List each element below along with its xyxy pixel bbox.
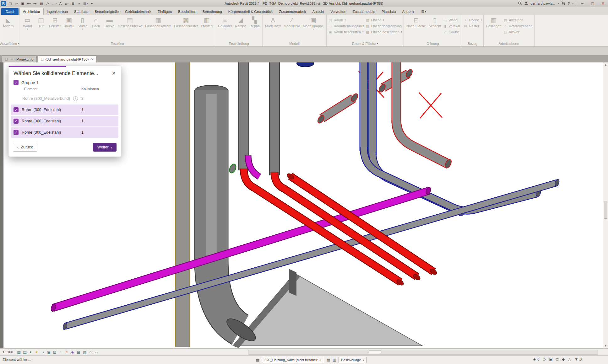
collision-row[interactable]: ✓Rohre (300_Edelstahl)1	[11, 116, 118, 126]
ribbon-tab-ändern[interactable]: Ändern	[399, 8, 417, 15]
tool-wand[interactable]: ▭Wand	[443, 17, 460, 23]
workset-dropdown-icon[interactable]: ▾	[320, 359, 322, 361]
collision-row[interactable]: Rohre (300_Metallverbund)i3	[11, 93, 118, 104]
tool-bauteil[interactable]: ▣Bauteil▾	[63, 16, 75, 31]
tool-festlegen[interactable]: ▦Festlegen	[485, 16, 502, 28]
tool-schacht[interactable]: ▯Schacht	[428, 16, 442, 28]
ribbon-tab-datei[interactable]: Datei	[1, 8, 19, 15]
redo-icon[interactable]: ↪▾	[32, 1, 38, 6]
cart-icon[interactable]	[561, 1, 566, 6]
design-option-dropdown-icon[interactable]: ▾	[363, 359, 364, 361]
select-by-face-icon[interactable]: △	[568, 357, 571, 361]
tool-nach-fläche[interactable]: ⊡Nach Fläche	[405, 16, 427, 28]
design-option-box[interactable]: Basisvorlage ▾	[339, 357, 366, 363]
scroll-down-icon[interactable]: ▼	[605, 344, 607, 348]
tool-vertikal[interactable]: ▮Vertikal	[443, 23, 460, 29]
tool-tür[interactable]: ◫Tür	[35, 16, 47, 28]
text-icon[interactable]: A	[57, 1, 63, 6]
panel-label-erschließung[interactable]: Erschließung	[215, 40, 262, 46]
press-drag-icon[interactable]: ▣	[549, 357, 552, 361]
tool-modelltext[interactable]: AModelltext	[264, 16, 282, 28]
section-icon[interactable]: ⊟	[70, 1, 76, 6]
panel-label-arbeitsebene[interactable]: Arbeitsebene	[484, 40, 534, 46]
tool-viewer[interactable]: ▢Viewer	[503, 29, 532, 35]
tool-fläche-beschriften[interactable]: ▩Fläche beschriften▾	[366, 29, 402, 35]
ribbon-tab-gebäudetechnik[interactable]: Gebäudetechnik	[122, 8, 155, 15]
ribbon-tab-ansicht[interactable]: Ansicht	[309, 8, 327, 15]
tool-treppe[interactable]: ▚Treppe	[248, 16, 261, 28]
tool-decke[interactable]: ▬Decke	[103, 16, 116, 28]
design-options-pick-icon[interactable]: ◈:0	[533, 357, 539, 361]
tool-fassadensystem[interactable]: ▦Fassadensystem	[144, 16, 172, 28]
tool-dach[interactable]: ⌂Dach▾	[90, 16, 102, 31]
tool-referenzebene[interactable]: ∕Referenzebene	[503, 23, 532, 29]
analytical-model-icon[interactable]: ▱	[94, 350, 100, 355]
close-button[interactable]: ×	[599, 1, 607, 6]
switch-windows-icon[interactable]: ▥▾	[83, 1, 89, 6]
search-icon[interactable]	[518, 1, 522, 6]
dialog-close-icon[interactable]: ✕	[111, 70, 117, 76]
detail-level-icon[interactable]: ▤	[22, 350, 28, 355]
active-workset-box[interactable]: 320_Heizung_Kälte (nicht bearbeitl ▾	[262, 357, 324, 363]
revit-logo-icon[interactable]: R	[1, 1, 6, 6]
vertical-scrollbar[interactable]: ▲ ▼	[603, 62, 608, 348]
selection-filter-icon[interactable]: ▼:0	[574, 357, 582, 361]
ribbon-tab-körpermodell-grundstück[interactable]: Körpermodell & Grundstück	[225, 8, 276, 15]
group-checkbox[interactable]: ✓	[14, 80, 19, 85]
tool-fläche[interactable]: ▧Fläche▾	[366, 17, 402, 23]
tool-anzeigen[interactable]: ▤Anzeigen	[503, 17, 532, 23]
worksharing-display-icon[interactable]: ▧	[82, 350, 88, 355]
dimension-icon[interactable]: ↔▾	[51, 1, 57, 6]
ribbon-tab-einfügen[interactable]: Einfügen	[155, 8, 175, 15]
panel-label-öffnung[interactable]: Öffnung	[404, 40, 462, 46]
view-scale-button[interactable]: 1 : 100	[3, 350, 13, 354]
temporary-hide-isolate-icon[interactable]: ◔	[58, 350, 64, 354]
minimize-button[interactable]: –	[578, 1, 586, 6]
help-menu-arrow-icon[interactable]: ▾	[572, 2, 573, 5]
collision-row[interactable]: ✓Rohre (300_Edelstahl)1	[11, 127, 118, 138]
editable-only-icon[interactable]: ▤	[327, 358, 330, 362]
ribbon-tab-ingenieurbau[interactable]: Ingenieurbau	[44, 8, 71, 15]
tool-flächenbegrenzung[interactable]: ▨Flächenbegrenzung	[366, 23, 402, 29]
tool-stütze[interactable]: ▯Stütze▾	[76, 16, 89, 31]
vertical-scroll-thumb[interactable]	[604, 201, 607, 219]
ribbon-tab-beschriften[interactable]: Beschriften	[175, 8, 199, 15]
view-tab-projektinfo[interactable]: ▤--- - Projektinfo	[2, 56, 37, 62]
ribbon-tab-zusammenarbeit[interactable]: Zusammenarbeit	[276, 8, 309, 15]
tool-gaube[interactable]: ⌂Gaube	[443, 29, 460, 35]
tool-ändern[interactable]: ◣Ändern	[2, 16, 14, 28]
tool-raum[interactable]: ▢Raum▾	[328, 17, 365, 23]
ribbon-tab-stahlbau[interactable]: Stahlbau	[71, 8, 91, 15]
ribbon-tab-berechnung[interactable]: Berechnung	[199, 8, 225, 15]
view-tab-3d-gerhard-pawlat4pt58[interactable]: ▤{3d -gerhard.pawlat4PT58}×	[38, 56, 97, 62]
tool-rampe[interactable]: ◢Rampe	[234, 16, 247, 28]
row-checkbox[interactable]: ✓	[14, 107, 19, 112]
panel-label-auswählen[interactable]: Auswählen▾	[0, 40, 19, 46]
ribbon-display-toggle-icon[interactable]: ⊡ ▾	[421, 10, 426, 15]
worksets-icon[interactable]: ▦	[256, 358, 259, 362]
tool-pfosten[interactable]: ▥Pfosten	[200, 16, 214, 28]
tool-raster[interactable]: ⊞Raster	[464, 23, 482, 29]
design-options-icon[interactable]: ▥	[333, 358, 336, 362]
measure-icon[interactable]: ∕▾	[45, 1, 51, 6]
panel-label-bezug[interactable]: Bezug	[462, 40, 483, 46]
visual-style-icon[interactable]: ◐	[28, 350, 34, 354]
tool-wand[interactable]: ▭Wand▾	[21, 16, 34, 31]
tool-modellgruppe[interactable]: ▣Modellgruppe▾	[302, 16, 325, 31]
ribbon-tab-zusatzmodule[interactable]: Zusatzmodule	[350, 8, 378, 15]
signed-in-user[interactable]: gerhard.pawla...	[530, 2, 555, 5]
tool-raumtrennungslinie[interactable]: ▭Raumtrennungslinie	[328, 23, 365, 29]
customize-qat-icon[interactable]: ▾	[89, 1, 95, 6]
sun-path-icon[interactable]: ☀	[34, 350, 40, 355]
scroll-up-icon[interactable]: ▲	[605, 62, 607, 67]
temporary-view-properties-icon[interactable]: ◈	[70, 350, 76, 355]
save-icon[interactable]: ▣	[20, 1, 26, 6]
select-links-icon[interactable]: □	[556, 357, 558, 361]
reveal-hidden-elements-icon[interactable]: ×	[64, 350, 70, 354]
maximize-button[interactable]: ▢	[589, 1, 597, 6]
horizontal-scroll-thumb[interactable]	[369, 351, 381, 354]
print-icon[interactable]: ▤	[39, 1, 45, 6]
default-3d-icon[interactable]: ⌂▾	[64, 1, 70, 6]
shadows-icon[interactable]: ◑	[40, 350, 46, 354]
open-file-icon[interactable]: ▱	[14, 1, 19, 6]
